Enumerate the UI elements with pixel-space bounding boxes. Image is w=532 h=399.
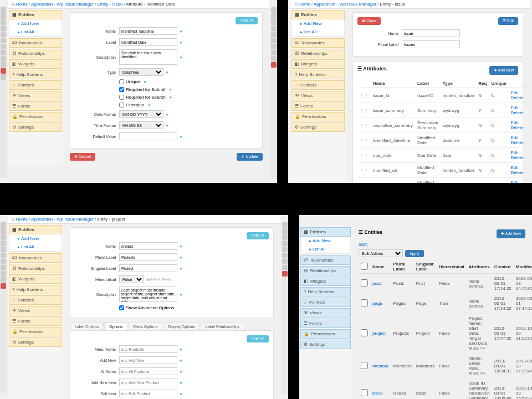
info-icon[interactable]: ● — [180, 255, 182, 260]
tool-icon[interactable] — [1, 13, 6, 19]
sidebar-item-relationships[interactable]: ⛓Relationships — [300, 266, 351, 275]
tool-icon[interactable] — [282, 222, 288, 228]
menu-name-input[interactable] — [119, 345, 177, 353]
entity-link[interactable]: member — [372, 364, 388, 369]
tool-icon-selected[interactable] — [271, 62, 277, 68]
row-checkbox[interactable] — [361, 299, 368, 306]
tool-icon[interactable] — [271, 44, 277, 49]
required-search-checkbox[interactable] — [119, 95, 124, 100]
tool-icon[interactable] — [1, 265, 6, 270]
sidebar-item-add-new[interactable]: ▸ Add New — [292, 19, 344, 28]
info-icon[interactable]: ● — [144, 79, 146, 84]
bulk-actions-select[interactable]: Bulk Actions — [359, 249, 403, 257]
col-unique[interactable]: Unique — [489, 79, 508, 88]
sidebar-item-pointers[interactable]: ☞Pointers — [291, 80, 345, 90]
tool-icon-selected[interactable] — [1, 68, 6, 74]
tool-icon[interactable] — [1, 74, 6, 80]
entity-link[interactable]: page — [372, 301, 382, 306]
edit-link[interactable]: Edit — [511, 135, 519, 140]
sidebar-item-permissions[interactable]: 🔒Permissions — [291, 112, 345, 121]
tab-options[interactable]: Options — [104, 323, 127, 330]
sidebar-header-entities[interactable]: ▦Entities — [291, 10, 345, 19]
crumb-app[interactable]: Application - Wp Issue Manager — [31, 2, 94, 7]
filterable-checkbox[interactable] — [119, 103, 124, 108]
select-all-checkbox[interactable] — [361, 263, 368, 270]
sidebar-item-taxonomies[interactable]: 🏷Taxonomies — [291, 38, 345, 48]
edit-button[interactable]: ☰ Edit — [498, 17, 518, 25]
row-checkbox[interactable] — [361, 279, 368, 287]
tool-icon[interactable] — [1, 247, 6, 252]
tool-icon[interactable] — [1, 44, 6, 49]
sidebar-header-entities[interactable]: ▦Entities — [300, 227, 351, 237]
delete-link[interactable]: Delete — [511, 155, 524, 160]
sidebar-item-add-new[interactable]: ▸ Add New — [301, 237, 350, 245]
drag-handle[interactable]: ⋮⋮ — [357, 103, 371, 118]
tool-icon[interactable] — [1, 56, 6, 62]
cancel-button[interactable]: ✖ Cancel — [70, 153, 95, 161]
col-attributes[interactable]: Attributes — [467, 260, 492, 274]
info-icon[interactable]: ● — [180, 369, 182, 374]
delete-link[interactable]: Delete — [511, 110, 524, 115]
crumb-app[interactable]: Application - Wp Issue Manager — [31, 217, 94, 222]
tool-icon[interactable] — [271, 38, 277, 43]
tab-menu-options[interactable]: Menu Options — [128, 323, 162, 330]
sidebar-item-views[interactable]: 👁Views — [291, 91, 345, 100]
sidebar-item-taxonomies[interactable]: 🏷Taxonomies — [9, 38, 62, 48]
default-value-input[interactable] — [119, 132, 177, 140]
sidebar-item-help[interactable]: ?Help Screens — [291, 70, 345, 79]
delete-link[interactable]: Delete — [511, 125, 524, 130]
filter-all[interactable]: All(5) — [359, 243, 525, 247]
info-icon[interactable]: ● — [180, 380, 182, 385]
edit-link[interactable]: Edit — [511, 120, 519, 125]
col-req[interactable]: Req — [476, 79, 489, 88]
edit-link[interactable]: Edit — [511, 150, 519, 155]
info-icon[interactable]: ● — [180, 134, 182, 139]
info-icon[interactable]: ● — [166, 112, 168, 117]
entity-link[interactable]: post — [372, 281, 381, 286]
close-button[interactable]: ✖ Close — [357, 17, 381, 25]
help-button[interactable]: ? HELP — [247, 232, 269, 239]
tool-icon[interactable] — [1, 259, 6, 264]
edit-link[interactable]: Edit — [511, 165, 519, 170]
tool-icon[interactable] — [1, 241, 6, 246]
drag-handle[interactable]: ⋮⋮ — [357, 163, 371, 178]
sidebar-item-widgets[interactable]: ◧Widgets — [9, 59, 62, 69]
add-new-button[interactable]: ✚ Add New — [489, 66, 518, 75]
info-icon[interactable]: ● — [180, 391, 182, 396]
tool-icon[interactable] — [1, 25, 6, 31]
tool-icon[interactable] — [1, 222, 6, 228]
col-singular[interactable]: Singular Label — [414, 260, 437, 274]
drag-handle[interactable]: ⋮⋮ — [357, 148, 371, 163]
description-textarea[interactable]: The date the issue was identified. — [119, 49, 177, 65]
sidebar-item-permissions[interactable]: 🔒Permissions — [300, 329, 351, 339]
edit-link[interactable]: Edit — [511, 180, 519, 183]
delete-link[interactable]: Delete — [511, 170, 524, 175]
sidebar-item-views[interactable]: 👁Views — [9, 306, 62, 315]
info-icon[interactable]: ● — [170, 95, 172, 100]
tool-icon[interactable] — [1, 253, 6, 258]
sidebar-item-taxonomies[interactable]: 🏷Taxonomies — [9, 253, 62, 263]
tool-icon[interactable] — [1, 19, 6, 25]
sidebar-item-views[interactable]: 👁Views — [9, 91, 62, 100]
help-button[interactable]: ? HELP — [236, 17, 258, 24]
tool-icon[interactable] — [282, 228, 288, 234]
time-format-select[interactable]: HH:MM:SS — [119, 121, 163, 129]
tool-icon[interactable] — [271, 50, 277, 55]
sidebar-item-list-all[interactable]: ▸ List All — [9, 28, 62, 36]
tool-icon[interactable] — [271, 32, 277, 37]
crumb-home[interactable]: Home — [16, 2, 28, 7]
sidebar-item-settings[interactable]: ⚙Settings — [300, 340, 351, 349]
sidebar-item-relationships[interactable]: ⛓Relationships — [9, 49, 62, 58]
sidebar-header-entities[interactable]: ▦Entities — [9, 10, 62, 19]
type-select[interactable]: DateTime — [119, 68, 163, 76]
crumb-app[interactable]: Application - Wp Issue Manager — [314, 2, 376, 7]
unique-checkbox[interactable] — [119, 79, 124, 84]
sidebar-item-forms[interactable]: ☰Forms — [9, 316, 62, 326]
tab-label-relationships[interactable]: Label Relationships — [201, 323, 244, 330]
col-hierarchical[interactable]: Hierarchical — [437, 260, 467, 274]
tool-icon[interactable] — [1, 7, 6, 13]
help-button[interactable]: ? HELP — [247, 335, 269, 342]
plural-input[interactable] — [119, 253, 177, 261]
delete-link[interactable]: Delete — [511, 95, 524, 100]
all-items-input[interactable] — [119, 367, 177, 375]
